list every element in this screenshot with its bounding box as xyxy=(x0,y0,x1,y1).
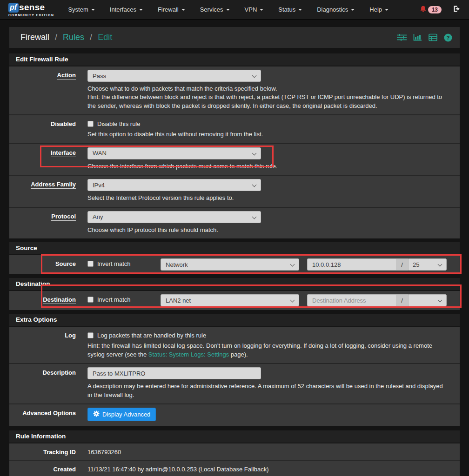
source-address-input[interactable] xyxy=(307,258,396,271)
log-label: Log xyxy=(65,332,76,339)
action-select[interactable]: Pass xyxy=(87,70,261,82)
chevron-down-icon xyxy=(290,262,295,267)
svg-text:?: ? xyxy=(446,35,449,40)
disable-rule-checkbox-label: Disable this rule xyxy=(97,120,141,127)
breadcrumb-rules[interactable]: Rules xyxy=(63,33,84,42)
pfsense-logo[interactable]: pf sense COMMUNITY EDITION xyxy=(8,2,54,17)
description-label: Description xyxy=(42,369,76,376)
breadcrumb-firewall[interactable]: Firewall xyxy=(20,33,49,42)
destination-invert-checkbox[interactable] xyxy=(87,297,94,303)
chevron-down-icon xyxy=(260,9,263,11)
address-family-row: Address Family IPv4 Select the Internet … xyxy=(9,176,460,207)
disabled-help: Set this option to disable this rule wit… xyxy=(87,130,444,139)
protocol-help: Choose which IP protocol this rule shoul… xyxy=(87,226,444,234)
nav-item-interfaces[interactable]: Interfaces xyxy=(102,0,150,20)
nav-item-system[interactable]: System xyxy=(60,0,102,20)
system-logs-settings-link[interactable]: Status: System Logs: Settings xyxy=(148,351,229,358)
destination-label: Destination xyxy=(43,296,76,304)
source-row: Source Invert match Network / 25 xyxy=(9,255,460,274)
bar-chart-icon[interactable] xyxy=(413,33,422,41)
destination-address-input[interactable] xyxy=(307,294,396,306)
select-value: Network xyxy=(166,261,188,268)
source-panel: Source Source Invert match Network / 25 xyxy=(9,242,460,274)
chevron-down-icon xyxy=(298,9,302,11)
source-type-select[interactable]: Network xyxy=(161,258,299,271)
nav-item-label: Status xyxy=(278,6,295,13)
interface-row: Interface WAN Choose the interface from … xyxy=(9,144,460,176)
select-value: WAN xyxy=(93,150,107,157)
action-row: Action Pass Choose what to do with packe… xyxy=(9,66,460,115)
disable-rule-checkbox[interactable] xyxy=(87,121,94,127)
nav-item-firewall[interactable]: Firewall xyxy=(150,0,193,20)
breadcrumb-separator: / xyxy=(90,33,92,42)
disabled-label: Disabled xyxy=(51,120,76,127)
logo-edition-text: COMMUNITY EDITION xyxy=(8,13,54,17)
nav-item-status[interactable]: Status xyxy=(271,0,309,20)
protocol-label: Protocol xyxy=(51,213,76,221)
source-label: Source xyxy=(55,260,76,268)
address-family-label: Address Family xyxy=(31,181,76,189)
select-value: Pass xyxy=(93,73,106,79)
source-invert-checkbox[interactable] xyxy=(87,261,94,267)
destination-invert-label: Invert match xyxy=(97,296,131,303)
breadcrumb: Firewall / Rules / Edit xyxy=(20,33,112,42)
display-advanced-button[interactable]: Display Advanced xyxy=(87,408,156,421)
chevron-down-icon xyxy=(385,9,389,11)
panel-title: Rule Information xyxy=(9,430,460,443)
destination-type-select[interactable]: LAN2 net xyxy=(161,294,299,306)
nav-item-help[interactable]: Help xyxy=(362,0,396,20)
disabled-row: Disabled Disable this rule Set this opti… xyxy=(9,115,460,144)
chevron-down-icon xyxy=(226,9,230,11)
notification-count-badge: 13 xyxy=(428,6,442,13)
help-icon[interactable]: ? xyxy=(444,33,452,42)
logo-pf-mark: pf xyxy=(8,3,19,13)
log-packets-checkbox[interactable] xyxy=(87,332,94,338)
chevron-down-icon xyxy=(252,214,257,219)
chevron-down-icon xyxy=(351,9,355,11)
nav-item-label: Diagnostics xyxy=(317,6,348,13)
chevron-down-icon xyxy=(181,9,185,11)
mask-separator: / xyxy=(396,258,408,271)
edit-firewall-rule-panel: Edit Firewall Rule Action Pass Choose wh… xyxy=(9,53,460,238)
protocol-select[interactable]: Any xyxy=(87,211,261,223)
chevron-down-icon xyxy=(438,262,442,267)
destination-row: Destination Invert match LAN2 net / xyxy=(9,291,460,310)
source-mask-select[interactable]: 25 xyxy=(408,258,447,271)
display-advanced-label: Display Advanced xyxy=(102,411,150,418)
extra-options-panel: Extra Options Log Log packets that are h… xyxy=(9,314,460,426)
created-label: Created xyxy=(54,466,76,473)
mask-separator: / xyxy=(396,294,408,306)
nav-item-label: System xyxy=(68,6,88,13)
nav-item-vpn[interactable]: VPN xyxy=(237,0,271,20)
tracking-id-value: 1636793260 xyxy=(87,447,453,456)
address-family-select[interactable]: IPv4 xyxy=(87,179,261,191)
breadcrumb-edit: Edit xyxy=(98,33,112,42)
panel-title: Edit Firewall Rule xyxy=(9,53,460,66)
log-packets-checkbox-label: Log packets that are handled by this rul… xyxy=(97,332,206,339)
nav-item-label: Services xyxy=(200,6,223,13)
destination-mask-select[interactable] xyxy=(408,294,447,306)
destination-panel: Destination Destination Invert match LAN… xyxy=(9,278,460,310)
chevron-down-icon xyxy=(252,183,257,187)
source-invert-label: Invert match xyxy=(97,260,131,267)
table-icon[interactable] xyxy=(429,33,437,41)
notifications-button[interactable]: 13 xyxy=(420,5,442,14)
description-input[interactable] xyxy=(87,367,261,379)
rule-information-panel: Rule Information Tracking ID 1636793260 … xyxy=(9,430,460,476)
chevron-down-icon xyxy=(438,298,442,303)
tracking-id-row: Tracking ID 1636793260 xyxy=(9,443,460,461)
nav-item-label: Help xyxy=(369,6,382,13)
breadcrumb-separator: / xyxy=(55,33,57,42)
logout-button[interactable] xyxy=(453,5,461,14)
nav-item-label: Interfaces xyxy=(110,6,136,13)
select-value: IPv4 xyxy=(93,182,105,189)
chevron-down-icon xyxy=(252,151,257,155)
filter-sliders-icon[interactable] xyxy=(397,33,407,41)
nav-item-services[interactable]: Services xyxy=(193,0,237,20)
nav-item-diagnostics[interactable]: Diagnostics xyxy=(309,0,362,20)
breadcrumb-bar: Firewall / Rules / Edit xyxy=(9,27,460,48)
action-label: Action xyxy=(57,72,76,79)
select-value: LAN2 net xyxy=(166,297,191,304)
interface-select[interactable]: WAN xyxy=(87,147,261,159)
log-help: Hint: the firewall has limited local log… xyxy=(87,342,444,359)
